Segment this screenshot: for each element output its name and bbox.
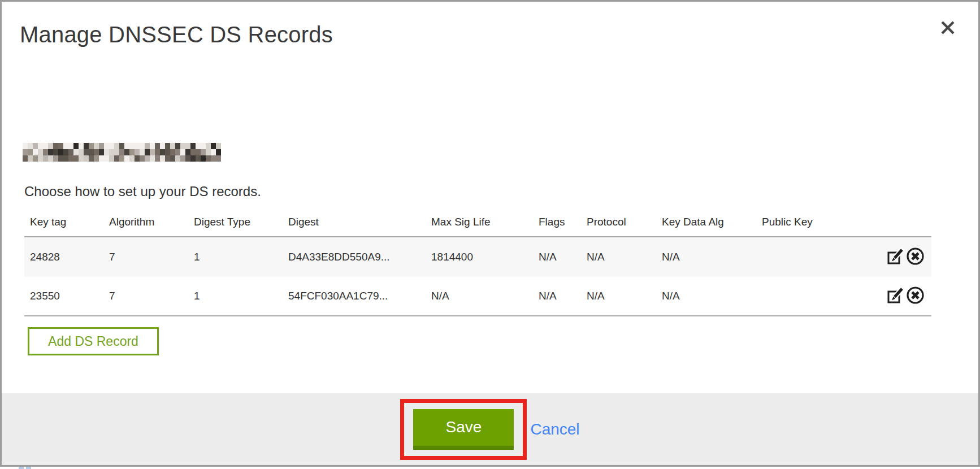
background-page-artifact [19,467,33,469]
cell-key-tag: 24828 [24,237,103,277]
table-row: 24828 7 1 D4A33E8DD550A9... 1814400 N/A … [24,237,931,277]
col-header-public-key: Public Key [756,207,881,237]
cell-max-sig-life: N/A [426,277,533,316]
edit-record-button[interactable] [886,286,905,306]
cell-digest: 54FCF030AA1C79... [283,277,426,316]
delete-record-button[interactable] [906,286,925,306]
save-button[interactable]: Save [413,409,514,450]
cell-flags: N/A [533,237,581,277]
cell-public-key [756,277,881,316]
col-header-flags: Flags [533,207,581,237]
domain-name-redacted [23,143,221,162]
col-header-key-tag: Key tag [24,207,103,237]
edit-record-button[interactable] [886,247,905,267]
cell-key-data-alg: N/A [656,237,756,277]
col-header-max-sig-life: Max Sig Life [426,207,533,237]
cell-digest: D4A33E8DD550A9... [283,237,426,277]
delete-icon [906,247,925,266]
cell-key-tag: 23550 [24,277,103,316]
cell-digest-type: 1 [188,237,283,277]
cell-protocol: N/A [581,237,656,277]
col-header-protocol: Protocol [581,207,656,237]
close-icon [940,20,956,36]
edit-icon [886,286,905,305]
instruction-text: Choose how to set up your DS records. [24,184,261,199]
cell-row-actions [881,237,931,277]
edit-icon [886,247,905,266]
cell-algorithm: 7 [103,237,188,277]
col-header-actions [881,207,931,237]
cell-public-key [756,237,881,277]
manage-dnssec-modal: Manage DNSSEC DS Records Choose how to s… [0,0,980,467]
table-header-row: Key tag Algorithm Digest Type Digest Max… [24,207,931,237]
delete-record-button[interactable] [906,247,925,267]
cell-max-sig-life: 1814400 [426,237,533,277]
cell-protocol: N/A [581,277,656,316]
screenshot-stage: Manage DNSSEC DS Records Choose how to s… [0,0,980,469]
table-row: 23550 7 1 54FCF030AA1C79... N/A N/A N/A … [24,277,931,316]
col-header-digest-type: Digest Type [188,207,283,237]
col-header-algorithm: Algorithm [103,207,188,237]
cell-key-data-alg: N/A [656,277,756,316]
col-header-key-data-alg: Key Data Alg [656,207,756,237]
delete-icon [906,286,925,305]
annotation-highlight-save: Save [400,399,527,460]
add-ds-record-button[interactable]: Add DS Record [28,327,159,355]
cancel-link[interactable]: Cancel [530,420,579,438]
cell-algorithm: 7 [103,277,188,316]
col-header-digest: Digest [283,207,426,237]
cell-flags: N/A [533,277,581,316]
page-title: Manage DNSSEC DS Records [20,22,333,47]
modal-footer: Save Cancel [2,393,978,465]
close-button[interactable] [938,18,958,38]
cell-digest-type: 1 [188,277,283,316]
cell-row-actions [881,277,931,316]
ds-records-table: Key tag Algorithm Digest Type Digest Max… [24,207,931,316]
